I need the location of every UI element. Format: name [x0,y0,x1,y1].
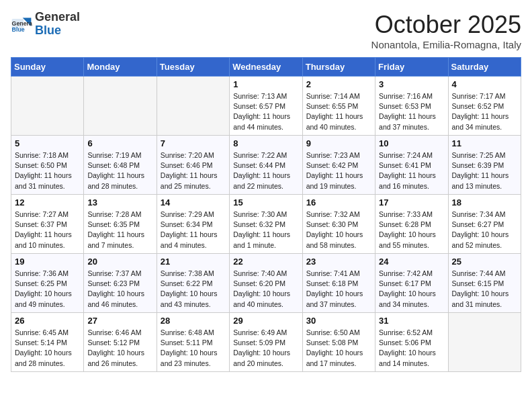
calendar-cell: 30Sunrise: 6:50 AM Sunset: 5:08 PM Dayli… [302,313,375,372]
calendar-cell [157,77,229,136]
day-number: 26 [15,316,80,326]
day-info: Sunrise: 7:27 AM Sunset: 6:37 PM Dayligh… [15,210,80,250]
day-number: 2 [306,79,371,89]
calendar-cell: 23Sunrise: 7:41 AM Sunset: 6:18 PM Dayli… [302,254,375,313]
calendar-cell: 9Sunrise: 7:23 AM Sunset: 6:42 PM Daylig… [302,136,375,195]
calendar-cell: 24Sunrise: 7:42 AM Sunset: 6:17 PM Dayli… [375,254,448,313]
calendar-cell: 2Sunrise: 7:14 AM Sunset: 6:55 PM Daylig… [302,77,375,136]
weekday-header-wednesday: Wednesday [230,58,302,77]
svg-text:Blue: Blue [12,26,25,33]
calendar-week-4: 19Sunrise: 7:36 AM Sunset: 6:25 PM Dayli… [11,254,521,313]
calendar-cell: 4Sunrise: 7:17 AM Sunset: 6:52 PM Daylig… [448,77,521,136]
day-info: Sunrise: 6:50 AM Sunset: 5:08 PM Dayligh… [306,328,371,369]
calendar-cell: 10Sunrise: 7:24 AM Sunset: 6:41 PM Dayli… [375,136,448,195]
day-number: 17 [379,197,444,208]
day-info: Sunrise: 7:33 AM Sunset: 6:28 PM Dayligh… [379,210,444,250]
day-info: Sunrise: 7:16 AM Sunset: 6:53 PM Dayligh… [379,91,444,132]
calendar-cell: 8Sunrise: 7:22 AM Sunset: 6:44 PM Daylig… [230,136,302,195]
day-number: 6 [87,138,152,148]
day-info: Sunrise: 7:30 AM Sunset: 6:32 PM Dayligh… [233,210,298,250]
day-number: 19 [15,257,80,267]
day-number: 1 [233,79,298,89]
logo: General Blue General Blue [11,11,80,38]
day-info: Sunrise: 7:23 AM Sunset: 6:42 PM Dayligh… [306,150,371,191]
day-info: Sunrise: 6:48 AM Sunset: 5:11 PM Dayligh… [161,328,226,369]
day-number: 31 [379,316,444,326]
day-info: Sunrise: 6:45 AM Sunset: 5:14 PM Dayligh… [15,328,80,369]
day-info: Sunrise: 7:29 AM Sunset: 6:34 PM Dayligh… [161,210,226,250]
day-number: 8 [233,138,298,148]
day-number: 9 [306,138,371,148]
day-number: 7 [161,138,226,148]
calendar-cell: 14Sunrise: 7:29 AM Sunset: 6:34 PM Dayli… [157,195,229,254]
day-number: 24 [379,257,444,267]
calendar-cell [11,77,84,136]
day-info: Sunrise: 7:37 AM Sunset: 6:23 PM Dayligh… [87,269,152,310]
calendar-table: SundayMondayTuesdayWednesdayThursdayFrid… [11,57,521,372]
day-number: 28 [161,316,226,326]
day-number: 25 [452,257,517,267]
day-info: Sunrise: 7:22 AM Sunset: 6:44 PM Dayligh… [233,150,298,191]
calendar-cell: 5Sunrise: 7:18 AM Sunset: 6:50 PM Daylig… [11,136,84,195]
day-info: Sunrise: 7:28 AM Sunset: 6:35 PM Dayligh… [87,210,152,250]
calendar-cell: 6Sunrise: 7:19 AM Sunset: 6:48 PM Daylig… [84,136,157,195]
weekday-header-tuesday: Tuesday [157,58,229,77]
day-number: 22 [233,257,298,267]
day-number: 12 [15,197,80,208]
calendar-cell: 15Sunrise: 7:30 AM Sunset: 6:32 PM Dayli… [230,195,302,254]
calendar-cell: 11Sunrise: 7:25 AM Sunset: 6:39 PM Dayli… [448,136,521,195]
day-info: Sunrise: 7:17 AM Sunset: 6:52 PM Dayligh… [452,91,517,132]
calendar-week-2: 5Sunrise: 7:18 AM Sunset: 6:50 PM Daylig… [11,136,521,195]
calendar-cell [448,313,521,372]
day-info: Sunrise: 7:18 AM Sunset: 6:50 PM Dayligh… [15,150,80,191]
day-number: 3 [379,79,444,89]
calendar-cell: 17Sunrise: 7:33 AM Sunset: 6:28 PM Dayli… [375,195,448,254]
day-number: 14 [161,197,226,208]
day-number: 15 [233,197,298,208]
day-number: 21 [161,257,226,267]
calendar-cell: 3Sunrise: 7:16 AM Sunset: 6:53 PM Daylig… [375,77,448,136]
day-number: 18 [452,197,517,208]
day-info: Sunrise: 7:24 AM Sunset: 6:41 PM Dayligh… [379,150,444,191]
calendar-cell: 27Sunrise: 6:46 AM Sunset: 5:12 PM Dayli… [84,313,157,372]
calendar-cell [84,77,157,136]
calendar-week-1: 1Sunrise: 7:13 AM Sunset: 6:57 PM Daylig… [11,77,521,136]
calendar-week-5: 26Sunrise: 6:45 AM Sunset: 5:14 PM Dayli… [11,313,521,372]
calendar-cell: 16Sunrise: 7:32 AM Sunset: 6:30 PM Dayli… [302,195,375,254]
weekday-header-monday: Monday [84,58,157,77]
weekday-row: SundayMondayTuesdayWednesdayThursdayFrid… [11,58,521,77]
day-number: 16 [306,197,371,208]
title-block: October 2025 Nonantola, Emilia-Romagna, … [371,11,521,50]
calendar-cell: 12Sunrise: 7:27 AM Sunset: 6:37 PM Dayli… [11,195,84,254]
day-info: Sunrise: 7:44 AM Sunset: 6:15 PM Dayligh… [452,269,517,310]
day-info: Sunrise: 6:52 AM Sunset: 5:06 PM Dayligh… [379,328,444,369]
day-info: Sunrise: 7:13 AM Sunset: 6:57 PM Dayligh… [233,91,298,132]
day-info: Sunrise: 7:40 AM Sunset: 6:20 PM Dayligh… [233,269,298,310]
day-number: 27 [87,316,152,326]
day-info: Sunrise: 7:14 AM Sunset: 6:55 PM Dayligh… [306,91,371,132]
calendar-cell: 19Sunrise: 7:36 AM Sunset: 6:25 PM Dayli… [11,254,84,313]
day-info: Sunrise: 7:25 AM Sunset: 6:39 PM Dayligh… [452,150,517,191]
logo-general-text: General [35,10,80,24]
day-number: 20 [87,257,152,267]
day-info: Sunrise: 7:36 AM Sunset: 6:25 PM Dayligh… [15,269,80,310]
day-info: Sunrise: 7:42 AM Sunset: 6:17 PM Dayligh… [379,269,444,310]
location-text: Nonantola, Emilia-Romagna, Italy [371,39,521,50]
logo-blue-text: Blue [35,24,61,37]
day-info: Sunrise: 7:20 AM Sunset: 6:46 PM Dayligh… [161,150,226,191]
weekday-header-sunday: Sunday [11,58,84,77]
calendar-cell: 20Sunrise: 7:37 AM Sunset: 6:23 PM Dayli… [84,254,157,313]
calendar-cell: 28Sunrise: 6:48 AM Sunset: 5:11 PM Dayli… [157,313,229,372]
day-number: 30 [306,316,371,326]
calendar-cell: 1Sunrise: 7:13 AM Sunset: 6:57 PM Daylig… [230,77,302,136]
calendar-cell: 21Sunrise: 7:38 AM Sunset: 6:22 PM Dayli… [157,254,229,313]
logo-icon: General Blue [11,13,32,35]
calendar-cell: 13Sunrise: 7:28 AM Sunset: 6:35 PM Dayli… [84,195,157,254]
day-number: 4 [452,79,517,89]
day-number: 10 [379,138,444,148]
weekday-header-friday: Friday [375,58,448,77]
calendar-header: SundayMondayTuesdayWednesdayThursdayFrid… [11,58,521,77]
page-header: General Blue General Blue October 2025 N… [11,11,521,50]
calendar-cell: 29Sunrise: 6:49 AM Sunset: 5:09 PM Dayli… [230,313,302,372]
day-info: Sunrise: 7:32 AM Sunset: 6:30 PM Dayligh… [306,210,371,250]
